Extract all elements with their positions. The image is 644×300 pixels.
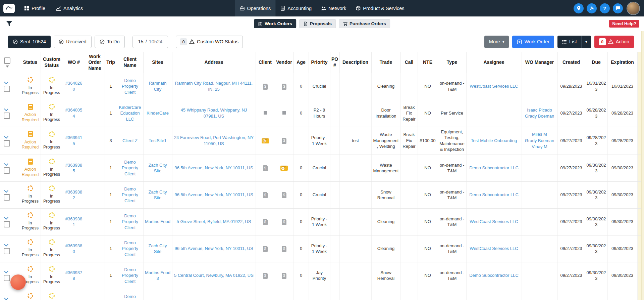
site-link[interactable]: Martins Food 3 (145, 270, 170, 281)
client-name-link[interactable]: Demo Property Client (122, 186, 138, 203)
client-document-icon[interactable]: $ (263, 246, 268, 252)
user-avatar[interactable] (627, 2, 639, 14)
wo-number-link[interactable]: #3640054 (65, 108, 83, 119)
help-button[interactable]: ? (600, 3, 610, 13)
expand-chevron-icon[interactable] (4, 107, 8, 111)
column-header-wo_manager[interactable]: WO Manager (522, 52, 557, 73)
site-link[interactable]: KinderCare (147, 111, 169, 116)
vertical-scrollbar[interactable] (641, 31, 644, 300)
expand-chevron-icon[interactable] (4, 215, 8, 220)
todo-filter-button[interactable]: To Do (95, 36, 125, 48)
tab-work-orders[interactable]: Work Orders (254, 19, 296, 28)
wo-number-link[interactable]: #3639381 (65, 216, 83, 227)
expand-chevron-icon[interactable] (4, 242, 8, 247)
client-name-link[interactable]: Client Z (122, 138, 138, 143)
column-header-po_number[interactable]: PO # (330, 52, 339, 73)
column-header-work_order_name[interactable]: Work Order Name (85, 52, 105, 73)
site-link[interactable]: Zach City Site (149, 189, 167, 201)
address-link[interactable]: 96 5th Avenue, New York, NY 10011, US (174, 165, 253, 170)
expand-chevron-icon[interactable] (4, 80, 8, 84)
site-link[interactable]: Ramnath City (149, 81, 167, 92)
column-header-wo_number[interactable]: WO # (63, 52, 85, 73)
app-logo[interactable] (3, 4, 15, 13)
location-button[interactable] (574, 3, 584, 13)
tab-proposals[interactable]: Proposals (299, 19, 336, 28)
filter-button[interactable] (0, 21, 12, 27)
row-checkbox[interactable] (4, 167, 10, 174)
address-link[interactable]: 5 Grove Street, Byfield, MA 01922, US (177, 219, 251, 224)
column-header-nte[interactable]: NTE (418, 52, 438, 73)
client-name-link[interactable]: Demo Property Client (122, 160, 138, 176)
row-checkbox[interactable] (4, 248, 10, 254)
column-header-call[interactable]: Call (400, 52, 418, 73)
client-name-link[interactable]: Demo Property Client (122, 294, 138, 300)
page-indicator[interactable]: 15 / 10524 (132, 36, 168, 48)
row-checkbox[interactable] (4, 113, 10, 119)
nav-accounting[interactable]: Accounting (275, 0, 316, 16)
tab-purchase-orders[interactable]: Purchase Orders (339, 19, 390, 28)
select-all-checkbox[interactable] (4, 57, 10, 64)
nav-analytics[interactable]: Analytics (51, 0, 88, 16)
expand-chevron-icon[interactable] (4, 296, 8, 300)
wo-number-link[interactable]: #3640260 (65, 81, 83, 92)
list-view-button[interactable]: List (557, 36, 582, 48)
settings-button[interactable] (587, 3, 597, 13)
messages-button[interactable] (613, 3, 623, 13)
column-header-description[interactable]: Description (339, 52, 371, 73)
chat-fab-button[interactable] (10, 274, 26, 290)
client-document-icon[interactable]: $ (263, 165, 268, 171)
wo-number-link[interactable]: #3639382 (65, 189, 83, 201)
wo-number-link[interactable]: #3639378 (65, 270, 83, 281)
vendor-document-icon[interactable]: $ (282, 219, 286, 225)
wo-manager-link[interactable]: Grady Boeman (525, 138, 554, 143)
column-header-vendor_doc[interactable]: Vendor (275, 52, 293, 73)
row-checkbox[interactable] (4, 221, 10, 227)
client-name-link[interactable]: Demo Property Client (122, 213, 138, 230)
row-checkbox[interactable] (4, 194, 10, 201)
client-document-icon[interactable]: $ (263, 192, 268, 198)
column-header-assignee[interactable]: Assignee (466, 52, 522, 73)
client-document-icon[interactable]: $ (263, 273, 268, 279)
wo-manager-link[interactable]: Miles M (532, 132, 547, 137)
address-link[interactable]: 96 5th Avenue, New York, NY 10011, US (174, 246, 253, 251)
column-header-trade[interactable]: Trade (371, 52, 400, 73)
nav-profile[interactable]: Profile (19, 0, 50, 16)
site-link[interactable]: Zach City Site (149, 243, 167, 254)
column-header-type[interactable]: Type (438, 52, 466, 73)
expand-chevron-icon[interactable] (4, 269, 8, 273)
site-link[interactable]: Zach City Site (149, 163, 167, 174)
address-link[interactable]: 45 Whippany Road, Whippany, NJ 07981, US (181, 108, 247, 119)
row-checkbox[interactable] (4, 140, 10, 146)
view-mode-caret-button[interactable]: ▾ (582, 36, 591, 48)
address-link[interactable]: Ramnath City Road, Nagpur, MH 44111, IN,… (175, 81, 253, 92)
column-header-status[interactable]: Status (20, 52, 41, 73)
assignee-link[interactable]: Demo Subcontractor LLC (469, 192, 519, 197)
wo-manager-link[interactable]: Vinay M (532, 144, 547, 149)
column-header-custom_status[interactable]: Custom Status (41, 52, 63, 73)
address-link[interactable]: 24 Farmview Road, Port Washington, NY 11… (174, 135, 254, 146)
address-link[interactable]: 96 5th Avenue, New York, NY 10011, US (174, 192, 253, 197)
column-header-expiration[interactable]: Expiration (607, 52, 637, 73)
column-header-priority[interactable]: Priority (309, 52, 330, 73)
expand-chevron-icon[interactable] (4, 188, 8, 193)
site-link[interactable]: TestSite1 (149, 138, 166, 143)
assignee-link[interactable]: Demo Subcontractor LLC (469, 165, 519, 170)
client-name-link[interactable]: Demo Property Client (122, 78, 138, 95)
select-menu-caret-icon[interactable] (6, 66, 9, 68)
nav-network[interactable]: Network (316, 0, 351, 16)
wo-number-link[interactable]: #3639415 (65, 135, 83, 146)
row-checkbox[interactable] (4, 275, 10, 281)
vendor-document-icon[interactable]: $ (280, 166, 288, 171)
assignee-link[interactable]: Demo Subcontractor LLC (469, 273, 519, 278)
action-button[interactable]: 0 Action (594, 36, 634, 48)
client-name-link[interactable]: Demo Property Client (122, 240, 138, 257)
client-name-link[interactable]: Demo Property Client (122, 267, 138, 284)
column-header-due[interactable]: Due (585, 52, 607, 73)
vendor-document-icon[interactable]: $ (282, 273, 286, 279)
vendor-document-icon[interactable]: $ (282, 138, 286, 144)
expand-chevron-icon[interactable] (4, 134, 8, 139)
nav-product-services[interactable]: Product & Services (351, 0, 409, 16)
column-header-address[interactable]: Address (172, 52, 256, 73)
client-document-icon[interactable] (264, 111, 267, 115)
vendor-document-icon[interactable]: $ (282, 84, 286, 90)
